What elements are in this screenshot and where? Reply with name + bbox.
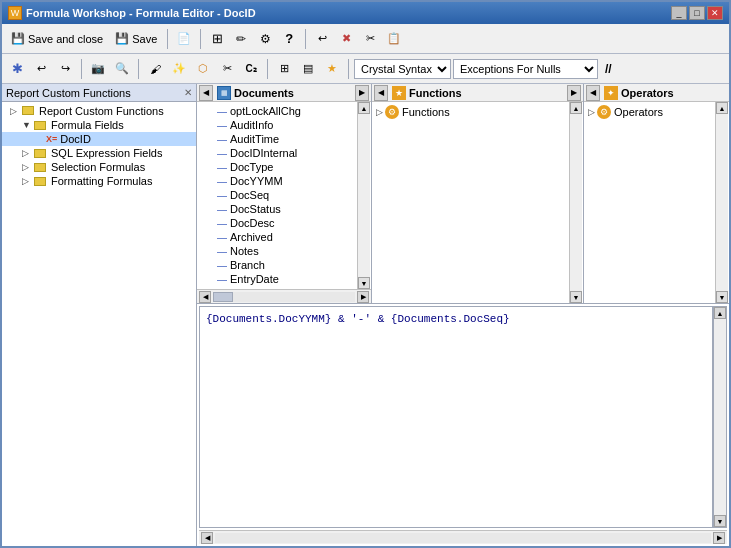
func-scroll-down[interactable]: ▼: [570, 291, 582, 303]
field-docdesc[interactable]: — DocDesc: [197, 216, 357, 230]
tree-docid-item[interactable]: X= DocID: [2, 132, 196, 146]
field-icon-2: —: [217, 120, 227, 131]
doc-hscroll-right[interactable]: ▶: [357, 291, 369, 303]
tree-selection-formulas[interactable]: ▷ Selection Formulas: [2, 160, 196, 174]
ops-folder-label: Operators: [614, 106, 663, 118]
expand-formatting-icon: ▷: [22, 176, 32, 186]
operators-star-icon: ✦: [604, 86, 618, 100]
tree-formula-fields[interactable]: ▼ Formula Fields: [2, 118, 196, 132]
ops-scroll-left[interactable]: ◀: [586, 85, 600, 101]
syntax-selector[interactable]: Crystal Syntax Basic Syntax: [354, 59, 451, 79]
doc-hscroll-left[interactable]: ◀: [199, 291, 211, 303]
minimize-button[interactable]: _: [671, 6, 687, 20]
close-button[interactable]: ✕: [707, 6, 723, 20]
browse-button[interactable]: ⊞: [206, 28, 228, 50]
grid-button[interactable]: ⊞: [273, 58, 295, 80]
formula-scroll-up[interactable]: ▲: [714, 307, 726, 319]
table-button[interactable]: ▤: [297, 58, 319, 80]
field-docidinternal[interactable]: — DocIDInternal: [197, 146, 357, 160]
maximize-button[interactable]: □: [689, 6, 705, 20]
doc-scroll-right[interactable]: ▶: [355, 85, 369, 101]
exceptions-selector[interactable]: Exceptions For Nulls Default Values For …: [453, 59, 598, 79]
functions-tree[interactable]: ▷ ⚙ Functions: [372, 102, 569, 303]
tool1-button[interactable]: ✱: [6, 58, 28, 80]
separator-3: [305, 29, 306, 49]
selection-folder-icon: [34, 161, 48, 173]
scissors-button[interactable]: ✂: [216, 58, 238, 80]
field-docstatus[interactable]: — DocStatus: [197, 202, 357, 216]
find-button[interactable]: 🔍: [111, 58, 133, 80]
ops-scroll-down[interactable]: ▼: [716, 291, 728, 303]
func-scroll-right[interactable]: ▶: [567, 85, 581, 101]
field-doctype[interactable]: — DocType: [197, 160, 357, 174]
functions-expand-item[interactable]: ▷ ⚙ Functions: [372, 104, 569, 120]
func-expand-icon: ▷: [376, 107, 383, 117]
formula-editor: {Documents.DocYYMM} & '-' & {Documents.D…: [197, 304, 729, 546]
formula-text-area[interactable]: {Documents.DocYYMM} & '-' & {Documents.D…: [199, 306, 713, 528]
wizard-button[interactable]: ⚙: [254, 28, 276, 50]
delete-button[interactable]: ✖: [335, 28, 357, 50]
wand-button[interactable]: ✨: [168, 58, 190, 80]
ops-gear-icon: ⚙: [597, 105, 611, 119]
formula-hscroll-left[interactable]: ◀: [201, 532, 213, 544]
find-icon: 🔍: [115, 62, 129, 75]
formula-vscrollbar: ▲ ▼: [713, 306, 727, 528]
star-button[interactable]: ★: [321, 58, 343, 80]
field-entrydate[interactable]: — EntryDate: [197, 272, 357, 286]
separator-4: [81, 59, 82, 79]
doc-scroll-left[interactable]: ◀: [199, 85, 213, 101]
save-and-close-button[interactable]: 💾 Save and close: [6, 28, 108, 50]
func-scroll-left[interactable]: ◀: [374, 85, 388, 101]
func-scroll-track: [570, 114, 582, 291]
star-icon: ★: [327, 62, 337, 75]
new-button[interactable]: 📄: [173, 28, 195, 50]
tree-root-item[interactable]: ▷ Report Custom Functions: [2, 104, 196, 118]
ops-scroll-track: [716, 114, 728, 291]
help-button[interactable]: ?: [278, 28, 300, 50]
save-button[interactable]: 💾 Save: [110, 28, 162, 50]
left-panel-close[interactable]: ✕: [184, 87, 192, 98]
operators-inner: ▷ ⚙ Operators ▲ ▼: [584, 102, 729, 303]
field-optlockallchg[interactable]: — optLockAllChg: [197, 104, 357, 118]
ops-scroll-up[interactable]: ▲: [716, 102, 728, 114]
doc-scroll-up[interactable]: ▲: [358, 102, 370, 114]
redo-button[interactable]: ↪: [54, 58, 76, 80]
redo-icon: ↪: [61, 62, 70, 75]
func-scroll-up[interactable]: ▲: [570, 102, 582, 114]
c2-button[interactable]: C₂: [240, 58, 262, 80]
tree-sql-fields[interactable]: ▷ SQL Expression Fields: [2, 146, 196, 160]
window-title: Formula Workshop - Formula Editor - DocI…: [26, 7, 256, 19]
arrow-left-button[interactable]: ↩: [311, 28, 333, 50]
field-docyymm[interactable]: — DocYYMM: [197, 174, 357, 188]
paste-button[interactable]: 📋: [383, 28, 405, 50]
cut-icon: ✂: [366, 32, 375, 45]
cut-button[interactable]: ✂: [359, 28, 381, 50]
operators-tree[interactable]: ▷ ⚙ Operators: [584, 102, 715, 303]
field-auditinfo[interactable]: — AuditInfo: [197, 118, 357, 132]
highlight-button[interactable]: ⬡: [192, 58, 214, 80]
field-branch[interactable]: — Branch: [197, 258, 357, 272]
brush-button[interactable]: 🖌: [144, 58, 166, 80]
field-icon-5: —: [217, 162, 227, 173]
functions-star-icon: ★: [392, 86, 406, 100]
field-archived[interactable]: — Archived: [197, 230, 357, 244]
field-notes[interactable]: — Notes: [197, 244, 357, 258]
formula-hscroll-right[interactable]: ▶: [713, 532, 725, 544]
undo-button[interactable]: ↩: [30, 58, 52, 80]
comment-button[interactable]: //: [600, 58, 617, 80]
separator-5: [138, 59, 139, 79]
screenshot-button[interactable]: 📷: [87, 58, 109, 80]
field-icon-3: —: [217, 134, 227, 145]
field-icon-12: —: [217, 260, 227, 271]
ops-expand-icon: ▷: [588, 107, 595, 117]
functions-scrollbar: ▲ ▼: [569, 102, 583, 303]
field-tree: ▷ Report Custom Functions ▼ Formula Fiel…: [2, 102, 196, 546]
tree-formatting-formulas[interactable]: ▷ Formatting Formulas: [2, 174, 196, 188]
top-panels: ◀ ▦ Documents ▶ — optLockAllChg: [197, 84, 729, 304]
field-audittime[interactable]: — AuditTime: [197, 132, 357, 146]
field-docseq[interactable]: — DocSeq: [197, 188, 357, 202]
edit-button[interactable]: ✏: [230, 28, 252, 50]
doc-scroll-down[interactable]: ▼: [358, 277, 370, 289]
formula-scroll-down[interactable]: ▼: [714, 515, 726, 527]
operators-expand-item[interactable]: ▷ ⚙ Operators: [584, 104, 715, 120]
